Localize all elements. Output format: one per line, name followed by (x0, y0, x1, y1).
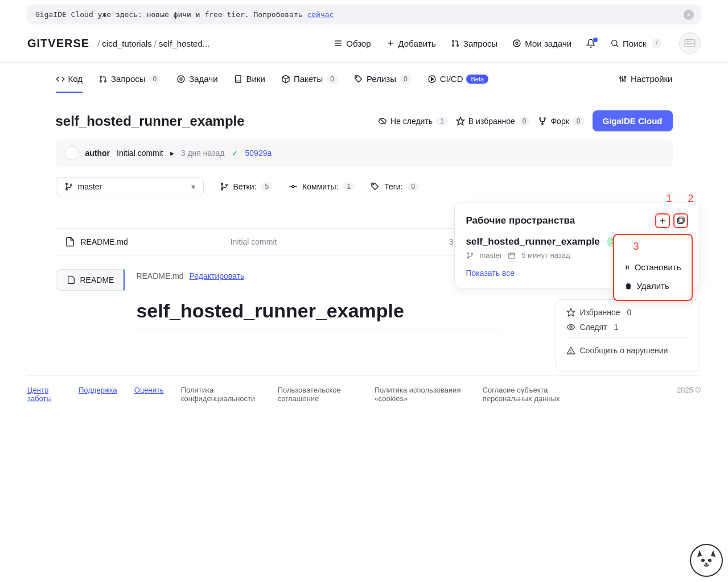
side-info-panel: Избранное0 Следят1 Сообщить о нарушении (556, 299, 700, 372)
file-icon (67, 275, 76, 284)
list-icon (334, 39, 343, 48)
tab-wiki[interactable]: Вики (234, 74, 265, 93)
footer-rate[interactable]: Оценить (134, 386, 164, 394)
git-branch-icon (64, 182, 73, 191)
svg-point-67 (570, 352, 571, 353)
footer-cookies[interactable]: Политика использования «cookies» (375, 386, 466, 403)
commit-author[interactable]: author (85, 148, 110, 158)
svg-point-34 (65, 183, 67, 185)
nav-add[interactable]: Добавить (386, 39, 436, 48)
svg-point-19 (180, 78, 182, 80)
avatar-placeholder-icon (684, 39, 696, 48)
readme-path[interactable]: README.md (136, 271, 183, 280)
commit-hash[interactable]: 50929a (245, 148, 272, 158)
star-icon (456, 117, 465, 126)
svg-point-10 (612, 40, 617, 46)
workspace-add-button[interactable] (655, 213, 670, 228)
tag-icon (354, 75, 363, 84)
svg-rect-12 (685, 40, 695, 47)
tab-settings[interactable]: Настройки (618, 74, 673, 93)
menu-stop[interactable]: Остановить (619, 258, 687, 276)
eye-off-icon (378, 117, 387, 126)
fork-button[interactable]: Форк0 (538, 117, 584, 126)
svg-point-6 (453, 45, 454, 47)
svg-point-24 (620, 77, 622, 79)
requests-count: 0 (149, 75, 161, 84)
workspace-context-menu: 3 Остановить Удалить (613, 234, 693, 301)
crumb-org[interactable]: cicd_tutorials (102, 39, 152, 48)
releases-count: 0 (400, 75, 412, 84)
user-avatar[interactable] (679, 32, 701, 54)
svg-point-8 (513, 40, 520, 47)
svg-point-28 (624, 76, 626, 78)
banner-close-button[interactable]: ✕ (684, 10, 694, 20)
tab-releases[interactable]: Релизы0 (354, 74, 412, 93)
tab-cicd[interactable]: CI/CDBeta (427, 74, 488, 93)
file-name[interactable]: README.md (81, 237, 128, 246)
file-row[interactable]: README.md Initial commit 3 дня назад (56, 228, 502, 255)
tab-tasks[interactable]: Задачи (176, 74, 217, 93)
footer: Центр заботы Поддержка Оценить Политика … (27, 375, 701, 426)
sliders-icon (618, 75, 627, 84)
tab-code[interactable]: Код (56, 74, 83, 93)
svg-point-52 (471, 253, 472, 254)
footer-priv[interactable]: Политика конфиденциальности (181, 386, 261, 403)
readme-heading: self_hosted_runner_example (136, 300, 501, 329)
menu-delete[interactable]: Удалить (619, 276, 687, 295)
chevron-right-icon[interactable]: ▸ (170, 148, 174, 158)
commit-time: 3 дня назад (181, 148, 225, 158)
footer-care[interactable]: Центр заботы (27, 386, 61, 403)
commit-message[interactable]: Initial commit (117, 148, 163, 158)
crumb-repo[interactable]: self_hosted... (159, 39, 209, 48)
latest-commit-bar: author Initial commit ▸ 3 дня назад ✓ 50… (56, 139, 673, 167)
nav-notifications[interactable] (586, 39, 595, 48)
file-commit-msg: Initial commit (231, 237, 277, 246)
beta-badge: Beta (466, 75, 488, 84)
file-icon (65, 237, 75, 247)
watch-button[interactable]: Не следить1 (378, 117, 448, 126)
svg-point-5 (453, 40, 454, 42)
banner-link[interactable]: сейчас (307, 10, 334, 19)
gigaide-cloud-button[interactable]: GigaIDE Cloud (593, 110, 673, 131)
calendar-icon (508, 251, 516, 259)
show-all-link[interactable]: Показать все (466, 269, 515, 278)
packages-count: 0 (326, 75, 338, 84)
workspace-branch: master (480, 251, 503, 259)
svg-point-33 (542, 123, 544, 125)
tab-requests[interactable]: Запросы0 (98, 74, 161, 93)
branches-link[interactable]: Ветки:5 (220, 182, 273, 191)
svg-marker-30 (456, 117, 464, 125)
footer-support[interactable]: Поддержка (79, 386, 117, 394)
footer-user-agreement[interactable]: Пользовательское соглашение (278, 386, 357, 403)
commit-author-avatar[interactable] (65, 146, 79, 160)
side-report[interactable]: Сообщить о нарушении (566, 346, 689, 355)
check-icon: ✓ (232, 148, 238, 158)
svg-point-39 (225, 184, 227, 185)
svg-point-20 (356, 77, 357, 77)
nav-requests[interactable]: Запросы (451, 39, 498, 48)
readme-edit-link[interactable]: Редактировать (190, 271, 245, 280)
search-hotkey: / (652, 39, 661, 48)
banner-text: GigaIDE Cloud уже здесь: новые фичи и fr… (35, 10, 307, 19)
tags-link[interactable]: Теги:0 (371, 182, 419, 191)
workspace-open-button[interactable] (673, 213, 688, 228)
readme-tab[interactable]: README (56, 269, 125, 291)
nav-overview[interactable]: Обзор (334, 39, 371, 48)
promo-banner: GigaIDE Cloud уже здесь: новые фичи и fr… (27, 5, 701, 24)
tab-packages[interactable]: Пакеты0 (281, 74, 338, 93)
logo[interactable]: GITVERSE (27, 37, 89, 50)
svg-point-17 (105, 80, 106, 82)
nav-search[interactable]: Поиск/ (610, 39, 661, 48)
workspace-time: 5 минут назад (521, 251, 570, 259)
branch-selector[interactable]: master ▾ (56, 177, 204, 196)
pause-icon (624, 263, 630, 271)
workspace-name[interactable]: self_hosted_runner_example (466, 236, 600, 247)
star-button[interactable]: В избранное0 (456, 117, 530, 126)
nav-my-tasks[interactable]: Мои задачи (512, 39, 571, 48)
plus-icon (386, 39, 395, 48)
footer-personal[interactable]: Согласие субъекта персональных данных (483, 386, 591, 403)
commits-link[interactable]: Коммиты:1 (289, 182, 355, 191)
svg-line-11 (616, 45, 618, 47)
side-favorite[interactable]: Избранное0 (566, 308, 689, 317)
side-watchers[interactable]: Следят1 (566, 323, 689, 332)
